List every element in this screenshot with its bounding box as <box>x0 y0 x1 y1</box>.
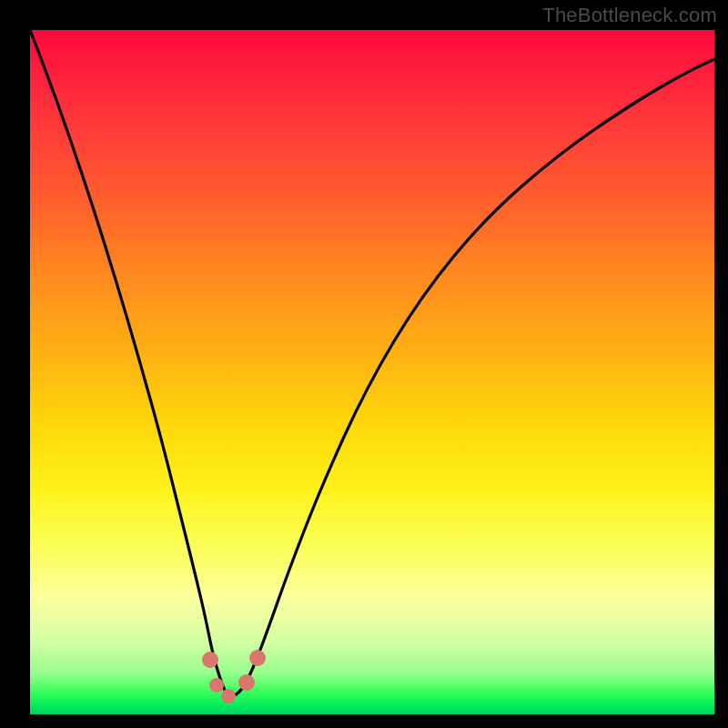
apex-marker-left-1 <box>202 652 218 668</box>
apex-marker-left-2 <box>209 678 224 693</box>
chart-frame: TheBottleneck.com <box>0 0 728 728</box>
watermark-label: TheBottleneck.com <box>542 4 717 27</box>
curve-layer <box>30 30 714 714</box>
apex-marker-right-2 <box>249 650 266 666</box>
bottleneck-curve <box>30 30 714 696</box>
plot-area <box>30 30 714 714</box>
apex-marker-bottom <box>221 689 236 703</box>
apex-markers <box>202 650 266 703</box>
apex-marker-right-1 <box>238 674 255 691</box>
